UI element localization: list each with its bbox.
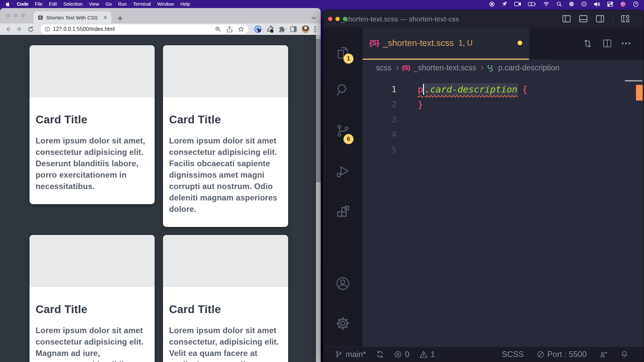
extensions-puzzle-icon[interactable] [278,26,285,33]
explorer-badge: 1 [343,54,354,64]
menu-item-selection[interactable]: Selection [63,1,83,7]
notifications-bell-icon[interactable] [621,350,628,358]
address-bar[interactable]: 127.0.0.1:5500/index.html [41,24,248,34]
new-tab-button[interactable] [117,16,123,21]
accounts-icon[interactable] [335,276,350,291]
site-info-icon[interactable] [45,26,50,32]
live-reload-sync-button[interactable] [376,350,384,358]
line-number: 1 [363,84,396,94]
split-editor-icon[interactable] [603,39,612,48]
git-branch-status[interactable]: main* [335,350,366,359]
card-2-description: Lorem ipsum dolor sit amet consectetur a… [169,135,282,215]
code-line-4[interactable]: 4 [363,127,644,142]
profile-avatar[interactable] [302,25,310,33]
menu-item-edit[interactable]: Edit [49,1,57,7]
activity-bar: 1 6 [323,27,363,347]
editor-tab-bar: {S} _shorten-text.scss 1, U [363,27,644,60]
bookmark-star-icon[interactable] [238,26,244,32]
screen-record-icon[interactable] [581,1,587,7]
extensions-icon[interactable] [335,205,350,220]
code-line-1[interactable]: 1 p.card-description{ [363,82,644,97]
rocket-icon[interactable] [502,1,507,7]
settings-gear-icon[interactable] [335,316,350,331]
zoom-icon[interactable] [215,26,221,32]
menu-item-view[interactable]: View [89,1,99,7]
editor-group: {S} _shorten-text.scss 1, U scss {S} _sh… [363,27,644,347]
tab-close-icon[interactable] [103,15,107,19]
card-4-description: Lorem ipsum dolor sit amet consectetur, … [169,325,282,362]
side-panel-icon[interactable] [290,26,297,33]
menu-item-terminal[interactable]: Terminal [133,1,151,7]
open-changes-icon[interactable] [583,39,593,49]
breadcrumb-file[interactable]: _shorten-text.scss [414,63,476,72]
control-center-icon[interactable] [607,2,613,7]
share-icon[interactable] [227,26,232,33]
close-window-button[interactable] [328,17,332,21]
toggle-panel-icon[interactable] [579,14,588,23]
run-debug-icon[interactable] [335,164,350,179]
extension-blue-icon[interactable] [254,25,262,33]
volume-icon[interactable] [594,2,600,7]
editor-scrollbar[interactable] [625,80,642,81]
toggle-sidebar-icon[interactable] [562,14,571,23]
search-icon[interactable] [335,82,350,97]
colorpicker-extension-icon[interactable] [266,25,274,33]
problems-errors[interactable]: 0 [394,350,409,359]
overview-ruler-warning-marker [636,85,643,101]
code-line-5[interactable]: 5 [363,142,644,157]
editor-tab-shorten-text[interactable]: {S} _shorten-text.scss 1, U [363,27,529,60]
browser-tab[interactable]: Shorten Text With CSS [34,11,111,23]
breadcrumb-symbol-icon [487,64,494,72]
menu-item-run[interactable]: Run [118,1,127,7]
card-3: Card Title Lorem ipsum dolor sit amet co… [30,235,155,362]
forward-button[interactable] [16,26,23,33]
code-editor[interactable]: 1 p.card-description{ 2 } 3 4 5 [363,76,644,347]
minimize-window-button[interactable] [335,17,340,21]
back-button[interactable] [5,26,11,33]
apple-logo-icon[interactable] [5,1,10,7]
customize-layout-icon[interactable] [621,14,630,23]
url-text[interactable]: 127.0.0.1:5500/index.html [53,26,212,32]
clock-icon[interactable] [633,1,639,7]
page-scrollbar-thumb[interactable] [316,39,321,182]
code-line-3[interactable]: 3 [363,112,644,127]
camera-icon[interactable] [514,2,521,6]
code-line-2[interactable]: 2 } [363,97,644,112]
tab-search-chevron-icon[interactable] [312,17,316,19]
card-1-title: Card Title [36,113,149,126]
browser-toolbar: 127.0.0.1:5500/index.html [0,23,321,35]
dnd-dot-icon[interactable] [569,1,574,7]
editor-tab-problem-git-badge: 1, U [459,39,473,48]
breadcrumbs: scss {S} _shorten-text.scss p.card-descr… [363,60,644,76]
page-scrollbar[interactable] [316,35,321,362]
reload-button[interactable] [28,26,34,33]
battery-charging-icon[interactable] [528,2,536,6]
live-server-port[interactable]: Port : 5500 [537,350,587,359]
breadcrumb-chevron-icon [479,66,484,70]
close-brace-token: } [418,99,423,110]
toggle-secondary-sidebar-icon[interactable] [596,14,604,23]
open-brace-token: { [522,84,528,95]
feedback-person-icon[interactable] [599,350,608,358]
card-2-image-placeholder [163,45,288,97]
menu-item-help[interactable]: Help [180,1,190,7]
menu-app-name[interactable]: Code [17,1,29,7]
more-actions-ellipsis-icon[interactable] [622,43,630,44]
menu-item-go[interactable]: Go [105,1,112,7]
spotlight-search-icon[interactable] [556,1,562,7]
wifi-icon[interactable] [543,2,549,6]
menu-item-file[interactable]: File [35,1,43,7]
browser-menu-kebab-icon[interactable] [314,26,316,33]
record-icon[interactable] [489,1,495,7]
card-3-title: Card Title [36,303,149,316]
breadcrumb-folder[interactable]: scss [376,63,391,72]
scss-tag-token: p [418,84,423,95]
siri-icon[interactable] [620,1,626,7]
problems-warnings[interactable]: 1 [420,350,435,359]
menu-item-window[interactable]: Window [157,1,174,7]
browser-traffic-lights[interactable] [6,13,25,18]
card-4: Card Title Lorem ipsum dolor sit amet co… [163,235,288,362]
breadcrumb-symbol[interactable]: p.card-description [498,63,559,72]
unsaved-changes-dot[interactable] [518,41,522,45]
language-mode[interactable]: SCSS [502,350,524,359]
